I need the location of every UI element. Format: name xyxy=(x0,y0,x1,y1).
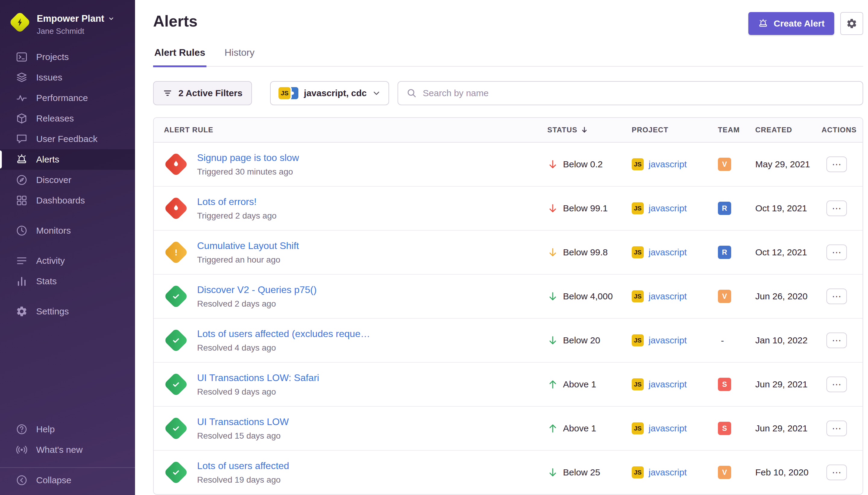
sidebar-item-performance[interactable]: Performance xyxy=(0,88,135,108)
sidebar-item-issues[interactable]: Issues xyxy=(0,67,135,88)
javascript-platform-icon: JS xyxy=(632,158,644,170)
project-selector[interactable]: JS javascript, cdc xyxy=(270,81,389,105)
column-header-project[interactable]: PROJECT xyxy=(632,126,718,134)
settings-button[interactable] xyxy=(840,12,863,35)
column-header-created[interactable]: CREATED xyxy=(755,126,821,134)
filter-bar: 2 Active Filters JS javascript, cdc xyxy=(153,81,863,105)
sidebar-item-monitors[interactable]: Monitors xyxy=(0,220,135,241)
create-alert-label: Create Alert xyxy=(774,18,824,29)
sidebar-item-activity[interactable]: Activity xyxy=(0,251,135,271)
sidebar-item-user-feedback[interactable]: User Feedback xyxy=(0,129,135,149)
sidebar-item-help[interactable]: Help xyxy=(0,419,135,440)
alert-rules-table: ALERT RULE STATUS PROJECT TEAM CREATED A… xyxy=(153,117,863,495)
sidebar-item-projects[interactable]: Projects xyxy=(0,47,135,67)
team-badge: V xyxy=(718,466,731,479)
team-badge: S xyxy=(718,378,731,391)
ellipsis-icon: ⋯ xyxy=(832,291,841,301)
sidebar-item-label: Alerts xyxy=(36,154,59,165)
sidebar-item-alerts[interactable]: Alerts xyxy=(0,149,135,170)
status-threshold: Below 99.8 xyxy=(563,247,608,257)
discover-icon xyxy=(16,174,28,186)
sidebar-item-label: Settings xyxy=(36,306,69,317)
project-selector-label: javascript, cdc xyxy=(304,88,366,98)
settings-icon xyxy=(16,305,28,318)
sidebar-item-stats[interactable]: Stats xyxy=(0,271,135,291)
status-threshold: Below 0.2 xyxy=(563,159,603,169)
alert-warning-icon xyxy=(164,240,188,265)
alert-resolved-icon xyxy=(164,416,188,441)
chevron-down-icon xyxy=(108,15,115,22)
sidebar-item-dashboards[interactable]: Dashboards xyxy=(0,190,135,211)
status-threshold: Below 99.1 xyxy=(563,203,608,214)
ellipsis-icon: ⋯ xyxy=(832,424,841,433)
team-badge: V xyxy=(718,158,731,171)
sidebar-item-what-s-new[interactable]: What's new xyxy=(0,440,135,460)
project-link[interactable]: javascript xyxy=(648,291,687,302)
create-alert-button[interactable]: Create Alert xyxy=(748,12,834,35)
javascript-platform-icon: JS xyxy=(632,378,644,390)
arrow-down-icon xyxy=(547,467,558,478)
org-switcher[interactable]: Empower Plant Jane Schmidt xyxy=(0,8,135,43)
table-body: Signup page is too slowTriggered 30 minu… xyxy=(154,142,863,494)
sidebar-item-discover[interactable]: Discover xyxy=(0,170,135,190)
alert-rule-link[interactable]: UI Transactions LOW: Safari xyxy=(197,372,319,383)
performance-icon xyxy=(16,92,28,104)
sidebar-item-label: Projects xyxy=(36,52,69,62)
project-link[interactable]: javascript xyxy=(648,467,687,478)
sidebar-item-label: Dashboards xyxy=(36,195,85,206)
row-actions-button[interactable]: ⋯ xyxy=(827,156,847,172)
row-actions-button[interactable]: ⋯ xyxy=(827,332,847,348)
active-filters-button[interactable]: 2 Active Filters xyxy=(153,81,252,105)
team-badge: R xyxy=(718,202,731,215)
alert-rule-status-text: Triggered an hour ago xyxy=(197,255,299,265)
sidebar-item-settings[interactable]: Settings xyxy=(0,301,135,322)
row-actions-button[interactable]: ⋯ xyxy=(827,201,847,216)
sort-descending-icon xyxy=(580,126,588,134)
ellipsis-icon: ⋯ xyxy=(832,159,841,169)
ellipsis-icon: ⋯ xyxy=(832,204,841,213)
status-threshold: Above 1 xyxy=(563,423,596,433)
alert-rule-status-text: Triggered 2 days ago xyxy=(197,211,277,221)
column-header-status[interactable]: STATUS xyxy=(547,126,632,134)
sidebar-item-releases[interactable]: Releases xyxy=(0,108,135,129)
page-title: Alerts xyxy=(153,12,197,30)
column-header-team[interactable]: TEAM xyxy=(718,126,755,134)
project-link[interactable]: javascript xyxy=(648,247,687,257)
project-link[interactable]: javascript xyxy=(648,335,687,345)
tab-history[interactable]: History xyxy=(223,45,256,67)
alert-rule-link[interactable]: Lots of errors! xyxy=(197,196,277,207)
alert-rule-link[interactable]: Signup page is too slow xyxy=(197,152,299,164)
alert-rule-link[interactable]: Lots of users affected xyxy=(197,460,289,472)
project-link[interactable]: javascript xyxy=(648,379,687,390)
search-input[interactable] xyxy=(423,88,854,98)
javascript-platform-icon: JS xyxy=(632,246,644,258)
alerts-icon xyxy=(16,153,28,166)
alert-rule-link[interactable]: Discover V2 - Queries p75() xyxy=(197,284,317,295)
tab-alert-rules[interactable]: Alert Rules xyxy=(153,45,206,67)
whatsnew-icon xyxy=(16,444,28,456)
row-actions-button[interactable]: ⋯ xyxy=(827,421,847,436)
row-actions-button[interactable]: ⋯ xyxy=(827,289,847,304)
ellipsis-icon: ⋯ xyxy=(832,336,841,345)
dashboards-icon xyxy=(16,194,28,206)
column-header-alert-rule[interactable]: ALERT RULE xyxy=(154,126,547,134)
alert-rule-link[interactable]: Lots of users affected (excludes reque… xyxy=(197,328,370,339)
project-link[interactable]: javascript xyxy=(648,159,687,169)
search-field xyxy=(398,81,863,105)
alert-rule-status-text: Triggered 30 minutes ago xyxy=(197,167,299,177)
alert-rule-link[interactable]: Cumulative Layout Shift xyxy=(197,240,299,252)
arrow-down-icon xyxy=(547,159,558,170)
row-actions-button[interactable]: ⋯ xyxy=(827,244,847,260)
table-row: Discover V2 - Queries p75()Resolved 2 da… xyxy=(154,275,863,319)
alert-rule-link[interactable]: UI Transactions LOW xyxy=(197,416,289,427)
row-actions-button[interactable]: ⋯ xyxy=(827,377,847,392)
tab-bar: Alert Rules History xyxy=(153,45,863,67)
project-link[interactable]: javascript xyxy=(648,203,687,214)
team-none: - xyxy=(718,336,724,345)
project-link[interactable]: javascript xyxy=(648,423,687,433)
sidebar: Empower Plant Jane Schmidt ProjectsIssue… xyxy=(0,0,135,495)
projects-icon xyxy=(16,51,28,63)
row-actions-button[interactable]: ⋯ xyxy=(827,464,847,480)
javascript-platform-icon: JS xyxy=(632,466,644,478)
sidebar-item-collapse[interactable]: Collapse xyxy=(0,467,135,488)
